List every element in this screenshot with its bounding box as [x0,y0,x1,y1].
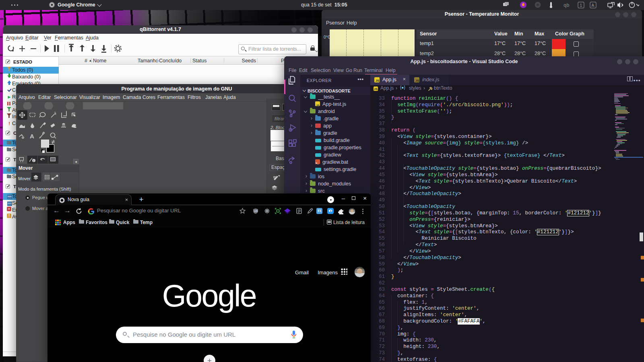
svg-text:i: i [33,159,34,162]
svg-text:A: A [592,3,594,8]
svg-text:A: A [30,133,34,140]
svg-text:1: 1 [580,3,582,8]
svg-text:UD: UD [254,210,258,212]
svg-text:qb: qb [564,2,570,8]
